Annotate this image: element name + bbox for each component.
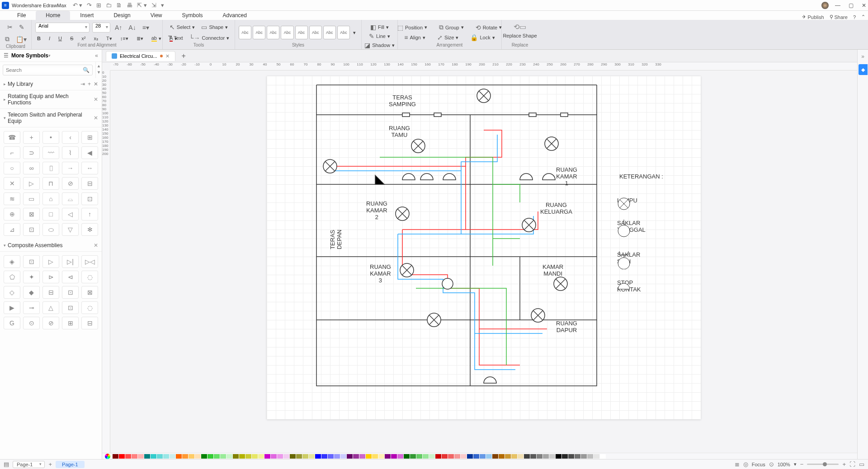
symbol-item[interactable]: ⊳ (42, 271, 59, 283)
color-swatch[interactable] (277, 454, 283, 459)
legend-title[interactable]: KETERANGAN : (619, 173, 663, 180)
undo-button[interactable]: ↶ ▾ (73, 2, 83, 9)
symbol-item[interactable]: ⊸ (23, 301, 40, 314)
color-swatch[interactable] (328, 454, 334, 459)
font-family-select[interactable]: Arial (35, 23, 90, 33)
tab-file[interactable]: File (7, 11, 36, 20)
symbol-item[interactable]: △ (42, 301, 59, 314)
color-swatch[interactable] (189, 454, 194, 459)
style-preset-4[interactable]: Abc (281, 26, 293, 39)
color-swatch[interactable] (429, 454, 435, 459)
shadow-button[interactable]: ◪Shadow▾ (363, 41, 396, 50)
drawing-paper[interactable]: TERAS SAMPING RUANG TAMU RUANG KAMAR 1 R… (267, 76, 701, 419)
hamburger-icon[interactable]: ☰ (4, 52, 9, 59)
symbol-item[interactable]: ◆ (23, 286, 40, 299)
color-swatch[interactable] (442, 454, 448, 459)
connector-tool[interactable]: └→Connector▾ (188, 33, 231, 42)
line-button[interactable]: ✎Line▾ (367, 32, 392, 41)
symbol-item[interactable]: ⊞ (62, 317, 79, 329)
color-swatch[interactable] (600, 454, 606, 459)
select-tool[interactable]: ↖Select▾ (168, 23, 197, 32)
symbol-item[interactable]: ⊡ (62, 301, 79, 314)
symbol-item[interactable]: ⊡ (23, 255, 40, 268)
export-button[interactable]: ⇱ ▾ (137, 2, 147, 9)
color-swatch[interactable] (435, 454, 441, 459)
color-swatch[interactable] (208, 454, 213, 459)
color-swatch[interactable] (258, 454, 264, 459)
symbol-item[interactable]: ◌ (81, 271, 98, 283)
color-swatch[interactable] (575, 454, 580, 459)
presentation-icon[interactable]: ▭ (859, 461, 864, 468)
symbol-item[interactable]: ⊕ (4, 208, 20, 220)
color-swatch[interactable] (264, 454, 270, 459)
color-swatch[interactable] (176, 454, 182, 459)
color-swatch[interactable] (473, 454, 479, 459)
symbol-item[interactable]: ⊡ (62, 286, 79, 299)
symbol-item[interactable]: ⬭ (42, 223, 59, 236)
symbol-item[interactable]: ◈ (4, 255, 20, 268)
color-swatch[interactable] (492, 454, 498, 459)
symbol-item[interactable]: 〰 (42, 146, 59, 159)
symbol-item[interactable]: ◌ (81, 301, 98, 314)
symbol-item[interactable]: ⌷ (42, 162, 59, 174)
symbol-item[interactable]: ◁ (62, 208, 79, 220)
minimize-button[interactable]: — (835, 2, 840, 9)
symbol-item[interactable]: ⊞ (81, 131, 98, 144)
room-kamar-mandi[interactable]: KAMAR MANDI (542, 263, 563, 277)
symbol-item[interactable]: ⊠ (23, 208, 40, 220)
symbol-item[interactable]: □ (42, 208, 59, 220)
font-size-select[interactable]: 28 (92, 23, 110, 33)
color-swatch[interactable] (467, 454, 473, 459)
format-painter-button[interactable]: ✎ (17, 23, 26, 32)
symbol-item[interactable]: ◇ (4, 286, 20, 299)
lock-button[interactable]: 🔒Lock▾ (468, 33, 496, 42)
color-swatch[interactable] (562, 454, 568, 459)
color-swatch[interactable] (461, 454, 467, 459)
color-swatch[interactable] (151, 454, 156, 459)
symbol-item[interactable]: ⊡ (23, 223, 40, 236)
color-swatch[interactable] (549, 454, 555, 459)
color-swatch[interactable] (302, 454, 308, 459)
tab-design[interactable]: Design (104, 11, 140, 20)
color-swatch[interactable] (138, 454, 144, 459)
symbol-item[interactable]: ⊘ (62, 177, 79, 190)
color-swatch[interactable] (366, 454, 372, 459)
color-swatch[interactable] (359, 454, 365, 459)
line-spacing-button[interactable]: ↕≡▾ (118, 35, 130, 42)
style-preset-8[interactable]: Abc (337, 26, 350, 39)
color-swatch[interactable] (454, 454, 460, 459)
section-close-icon[interactable]: ✕ (94, 115, 98, 121)
room-ruang-keluarga[interactable]: RUANG KELUARGA (540, 202, 572, 215)
fill-button[interactable]: ◧Fill▾ (368, 23, 391, 32)
shape-tool[interactable]: ▭Shape▾ (199, 23, 230, 32)
align-para-button[interactable]: ≡▾ (141, 23, 151, 32)
color-swatch[interactable] (524, 454, 530, 459)
highlight-button[interactable]: ab▾ (150, 34, 163, 42)
replace-shape-button[interactable]: Replace Shape (501, 32, 538, 39)
underline-button[interactable]: U (57, 35, 64, 42)
document-tab[interactable]: Electrical Circu... ✕ (106, 51, 175, 61)
color-swatch[interactable] (486, 454, 492, 459)
symbol-item[interactable]: ▷ (42, 255, 59, 268)
symbol-item[interactable]: ▷ (23, 177, 40, 190)
case-button[interactable]: T▾ (104, 35, 114, 42)
size-button[interactable]: ⤢Size▾ (435, 33, 460, 42)
publish-button[interactable]: ✈ Publish (802, 14, 824, 20)
color-swatch[interactable] (290, 454, 296, 459)
color-swatch[interactable] (587, 454, 593, 459)
help-button[interactable]: ? (853, 14, 856, 20)
color-swatch[interactable] (170, 454, 175, 459)
color-swatch[interactable] (499, 454, 505, 459)
symbol-item[interactable]: ▽ (62, 223, 79, 236)
symbol-item[interactable]: ⌂ (42, 192, 59, 205)
color-swatch[interactable] (201, 454, 207, 459)
shrink-font-button[interactable]: A↓ (127, 23, 137, 32)
style-preset-1[interactable]: Abc (239, 26, 251, 39)
symbol-item[interactable]: ▷| (62, 255, 79, 268)
subscript-button[interactable]: x₂ (92, 35, 100, 42)
strike-button[interactable]: S (68, 35, 75, 42)
symbol-item[interactable]: ✻ (81, 223, 98, 236)
color-swatch[interactable] (353, 454, 359, 459)
color-swatch[interactable] (581, 454, 587, 459)
color-swatch[interactable] (397, 454, 403, 459)
